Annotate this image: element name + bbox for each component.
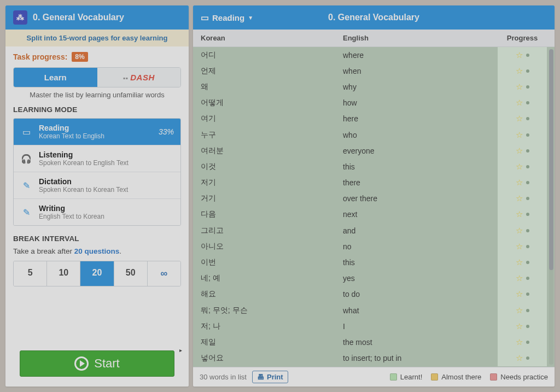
col-progress[interactable]: Progress	[498, 34, 547, 42]
table-row[interactable]: 아니오no☆	[193, 238, 555, 254]
table-row[interactable]: 넣어요to insert; to put in☆	[193, 350, 555, 366]
star-icon[interactable]: ☆	[516, 273, 523, 283]
mode-desc: Korean Text to English	[39, 132, 152, 140]
split-banner[interactable]: Split into 15-word pages for easy learni…	[5, 30, 189, 46]
mode-dropdown[interactable]: ▭ Reading ▼	[201, 13, 253, 23]
dash-tab[interactable]: ▪▪DASH	[97, 68, 181, 87]
cell-english: this	[343, 258, 498, 267]
mode-listening[interactable]: 🎧ListeningSpoken Korean to English Text	[14, 145, 180, 172]
cell-progress: ☆	[498, 143, 547, 159]
table-row[interactable]: 제일the most☆	[193, 334, 555, 350]
star-icon[interactable]: ☆	[516, 130, 523, 140]
table-body: 어디where☆언제when☆왜why☆어떻게how☆여기here☆누구who☆…	[193, 47, 555, 367]
table-row[interactable]: 다음next☆	[193, 207, 555, 223]
cell-english: I	[343, 322, 498, 331]
star-icon[interactable]: ☆	[516, 258, 523, 267]
table-row[interactable]: 저; 나I☆	[193, 318, 555, 334]
star-icon[interactable]: ☆	[516, 321, 523, 331]
table-row[interactable]: 이것this☆	[193, 159, 555, 174]
table-row[interactable]: 누구who☆	[193, 127, 555, 143]
star-icon[interactable]: ☆	[516, 209, 523, 219]
star-icon[interactable]: ☆	[516, 66, 523, 76]
cell-english: there	[343, 178, 498, 187]
table-row[interactable]: 이번this☆	[193, 254, 555, 270]
mode-desc: English Text to Korean	[39, 213, 174, 220]
star-icon[interactable]: ☆	[516, 242, 523, 251]
mode-dictation[interactable]: ✎DictationSpoken Korean to Korean Text	[14, 172, 180, 198]
cell-english: here	[343, 114, 498, 123]
progress-dot	[526, 213, 529, 216]
right-panel: ▭ Reading ▼ 0. General Vocabulary Korean…	[193, 5, 555, 387]
cell-progress: ☆	[498, 47, 547, 63]
star-icon[interactable]: ☆	[516, 226, 523, 236]
table-row[interactable]: 언제when☆	[193, 63, 555, 79]
mode-reading[interactable]: ▭ReadingKorean Text to English33%	[14, 119, 180, 145]
cell-progress: ☆	[498, 159, 547, 174]
cell-korean: 네; 예	[201, 273, 343, 283]
progress-dot	[526, 54, 529, 57]
star-icon[interactable]: ☆	[516, 353, 523, 363]
progress-dot	[526, 101, 529, 104]
cell-english: over there	[343, 194, 498, 203]
scrollbar-thumb[interactable]	[549, 49, 553, 270]
table-header: Korean English Progress	[193, 30, 555, 47]
cell-korean: 이번	[201, 258, 343, 267]
table-row[interactable]: 어떻게how☆	[193, 95, 555, 111]
cell-english: to insert; to put in	[343, 354, 498, 362]
cell-english: who	[343, 131, 498, 139]
star-icon[interactable]: ☆	[516, 306, 523, 315]
star-icon[interactable]: ☆	[516, 337, 523, 347]
break-option-50[interactable]: 50	[114, 261, 147, 286]
learn-tab[interactable]: Learn	[14, 68, 97, 87]
table-row[interactable]: 여러분everyone☆	[193, 143, 555, 159]
cell-korean: 이것	[201, 162, 343, 172]
expand-icon[interactable]: ▸	[179, 347, 182, 353]
table-row[interactable]: 어디where☆	[193, 47, 555, 63]
scrollbar[interactable]	[549, 49, 553, 365]
cell-progress: ☆	[498, 175, 547, 191]
star-icon[interactable]: ☆	[516, 114, 523, 124]
progress-dot	[526, 245, 529, 248]
progress-dot	[526, 341, 529, 344]
cell-progress: ☆	[498, 127, 547, 143]
cell-korean: 다음	[201, 209, 343, 219]
star-icon[interactable]: ☆	[516, 146, 523, 156]
break-option-20[interactable]: 20	[80, 261, 113, 286]
break-option-∞[interactable]: ∞	[147, 261, 180, 286]
cell-korean: 여러분	[201, 146, 343, 156]
learning-mode-list: ▭ReadingKorean Text to English33%🎧Listen…	[13, 118, 181, 226]
star-icon[interactable]: ☆	[516, 50, 523, 60]
col-english[interactable]: English	[343, 34, 498, 42]
star-icon[interactable]: ☆	[516, 289, 523, 299]
table-row[interactable]: 뭐; 무엇; 무슨what☆	[193, 302, 555, 318]
pen-icon: ✎	[20, 207, 32, 218]
table-row[interactable]: 네; 예yes☆	[193, 271, 555, 286]
cell-progress: ☆	[498, 207, 547, 223]
chevron-down-icon: ▼	[248, 15, 253, 21]
cell-korean: 누구	[201, 130, 343, 140]
star-icon[interactable]: ☆	[516, 194, 523, 203]
cell-progress: ☆	[498, 350, 547, 366]
mode-name: Listening	[39, 150, 174, 159]
star-icon[interactable]: ☆	[516, 82, 523, 92]
cell-korean: 아니오	[201, 242, 343, 251]
table-row[interactable]: 그리고and☆	[193, 223, 555, 238]
table-row[interactable]: 저기there☆	[193, 175, 555, 191]
cell-english: what	[343, 306, 498, 315]
star-icon[interactable]: ☆	[516, 98, 523, 108]
table-row[interactable]: 왜why☆	[193, 79, 555, 95]
table-row[interactable]: 해요to do☆	[193, 286, 555, 302]
cell-korean: 그리고	[201, 226, 343, 236]
break-option-5[interactable]: 5	[14, 261, 46, 286]
star-icon[interactable]: ☆	[516, 178, 523, 188]
progress-dot	[526, 69, 529, 73]
print-button[interactable]: 🖶 Print	[252, 371, 288, 383]
start-button[interactable]: Start	[20, 350, 174, 377]
col-korean[interactable]: Korean	[201, 34, 343, 42]
cell-korean: 저; 나	[201, 321, 343, 331]
mode-writing[interactable]: ✎WritingEnglish Text to Korean	[14, 198, 180, 225]
table-row[interactable]: 여기here☆	[193, 111, 555, 127]
table-row[interactable]: 거기over there☆	[193, 191, 555, 207]
star-icon[interactable]: ☆	[516, 162, 523, 172]
break-option-10[interactable]: 10	[46, 261, 80, 286]
